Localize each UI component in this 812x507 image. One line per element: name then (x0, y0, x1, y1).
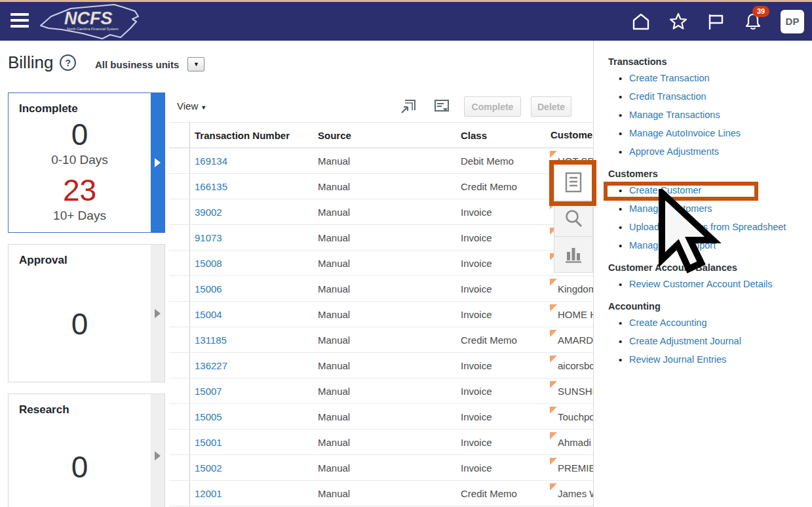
hamburger-menu-icon[interactable] (10, 13, 29, 29)
sidebar-link[interactable]: Manage Customers (629, 203, 712, 214)
sidebar-link[interactable]: Create Customer (629, 185, 701, 195)
transaction-number-link[interactable]: 169134 (195, 155, 227, 167)
logo-subtitle: North Carolina Financial System (67, 27, 119, 31)
row-selector-cell[interactable] (169, 302, 190, 327)
sidebar-link[interactable]: Credit Transaction (629, 91, 706, 102)
ncfs-logo[interactable]: NCFS North Carolina Financial System (37, 2, 142, 44)
transaction-number-link[interactable]: 166135 (195, 181, 227, 192)
transaction-number-link[interactable]: 15005 (195, 411, 222, 422)
transaction-number-link[interactable]: 136227 (195, 360, 227, 371)
source-cell: Manual (318, 155, 461, 167)
export-to-excel-icon[interactable] (400, 98, 417, 115)
sidebar-link[interactable]: Create Adjustment Journal (629, 336, 741, 346)
column-header-source[interactable]: Source (318, 130, 461, 141)
table-row[interactable]: 12001 Manual Credit Memo James W (169, 481, 593, 506)
source-cell: Manual (318, 232, 461, 243)
row-selector-cell[interactable] (169, 251, 190, 275)
transaction-number-link[interactable]: 15007 (195, 386, 222, 397)
table-row[interactable]: 15008 Manual Invoice T (169, 251, 593, 276)
row-selector-cell[interactable] (169, 148, 190, 173)
transaction-number-link[interactable]: 12001 (195, 488, 222, 499)
delete-button[interactable]: Delete (531, 96, 571, 117)
sidebar-link-item: Credit Transaction (619, 92, 805, 102)
column-header-transaction-number[interactable]: Transaction Number (190, 130, 318, 141)
tasks-panel-tab[interactable] (554, 164, 593, 201)
sidebar-link[interactable]: Manage AutoInvoice Lines (629, 128, 741, 138)
transaction-number-link[interactable]: 91073 (195, 232, 222, 243)
column-header-class[interactable]: Class (461, 130, 549, 141)
favorites-star-icon[interactable] (668, 12, 688, 31)
row-selector-cell[interactable] (169, 225, 190, 250)
sidebar-link[interactable]: Manage Transactions (629, 110, 720, 120)
transaction-number-link[interactable]: 15001 (195, 437, 222, 448)
table-row[interactable]: 169134 Manual Debit Memo HOT SPI (169, 148, 593, 174)
row-selector-cell[interactable] (169, 455, 190, 480)
incomplete-0-10-count: 0 (71, 118, 88, 152)
sidebar-link[interactable]: Upload Customers from Spreadsheet (629, 222, 786, 232)
table-row[interactable]: 91073 Manual Invoice S (169, 225, 593, 251)
row-selector-cell[interactable] (169, 378, 190, 403)
flag-watchlist-icon[interactable] (706, 12, 725, 31)
sidebar-link[interactable]: Approve Adjustments (629, 146, 719, 157)
source-cell: Manual (318, 258, 461, 269)
sidebar-link[interactable]: Create Accounting (629, 317, 707, 328)
transaction-number-link[interactable]: 15002 (195, 462, 222, 474)
complete-button[interactable]: Complete (464, 96, 521, 117)
table-row[interactable]: 15006 Manual Invoice Kingdom (169, 276, 593, 302)
table-header-row: Transaction Number Source Class Customer (169, 122, 593, 148)
help-icon[interactable]: ? (60, 54, 76, 71)
business-unit-dropdown-button[interactable]: ▼ (187, 57, 204, 71)
home-icon[interactable] (631, 12, 651, 31)
sidebar-link[interactable]: Manage Data Import (629, 240, 716, 251)
table-row[interactable]: 15005 Manual Invoice Touchpoi (169, 404, 593, 430)
incomplete-card-expand-arrow[interactable] (151, 93, 164, 232)
sidebar-link[interactable]: Review Customer Account Details (629, 279, 772, 289)
table-row[interactable]: 15004 Manual Invoice HOME H (169, 302, 593, 327)
column-header-customer[interactable]: Customer (549, 123, 593, 148)
search-panel-tab[interactable] (554, 200, 593, 237)
reports-bar-chart-icon (563, 244, 584, 265)
row-selector-cell[interactable] (169, 353, 190, 378)
row-selector-cell[interactable] (169, 430, 190, 455)
incomplete-10plus-label: 10+ Days (53, 209, 106, 223)
query-by-example-icon[interactable] (433, 98, 450, 115)
notifications-bell-icon[interactable]: 39 (743, 12, 763, 31)
row-selector-cell[interactable] (169, 276, 190, 301)
sidebar-link[interactable]: Create Transaction (629, 73, 710, 83)
source-cell: Manual (318, 360, 461, 371)
row-selector-cell[interactable] (169, 174, 190, 199)
class-cell: Credit Memo (461, 488, 549, 499)
table-row[interactable]: 15002 Manual Invoice PREMIE (169, 455, 593, 481)
attention-flag-triangle-icon (550, 432, 557, 439)
row-selector-cell[interactable] (169, 199, 190, 224)
transaction-number-link[interactable]: 15006 (195, 283, 222, 294)
view-menu-button[interactable]: View▼ (177, 100, 206, 112)
attention-flag-triangle-icon (550, 355, 557, 363)
research-count: 0 (71, 451, 88, 484)
approval-card-expand-arrow[interactable] (151, 245, 164, 382)
customer-cell: Touchpoi (549, 404, 593, 429)
row-selector-cell[interactable] (169, 404, 190, 429)
table-row[interactable]: 15001 Manual Invoice Ahmadi & (169, 430, 593, 455)
transaction-number-link[interactable]: 15008 (195, 258, 222, 269)
research-card-expand-arrow[interactable] (151, 394, 164, 507)
sidebar-link[interactable]: Review Journal Entries (629, 354, 726, 365)
transaction-number-link[interactable]: 131185 (195, 335, 227, 346)
row-selector-cell[interactable] (169, 327, 190, 352)
customer-cell: PREMIE (549, 455, 593, 480)
table-row[interactable]: 136227 Manual Invoice aicorsbc (169, 353, 593, 378)
table-row[interactable]: 131185 Manual Credit Memo AMARDE (169, 327, 593, 353)
transaction-number-link[interactable]: 39002 (195, 207, 222, 218)
attention-flag-triangle-icon (550, 483, 557, 491)
attention-flag-triangle-icon (550, 330, 557, 337)
row-selector-cell[interactable] (169, 481, 190, 506)
reports-panel-tab[interactable] (554, 236, 593, 273)
user-avatar[interactable]: DP (781, 10, 804, 33)
table-row[interactable]: 166135 Manual Credit Memo (169, 174, 593, 199)
table-row[interactable]: 39002 Manual Invoice E (169, 199, 593, 225)
class-cell: Invoice (461, 411, 549, 422)
tasks-sidebar: Transactions Create TransactionCredit Tr… (593, 41, 812, 507)
class-cell: Invoice (461, 386, 549, 397)
table-row[interactable]: 15007 Manual Invoice SUNSHI (169, 378, 593, 404)
transaction-number-link[interactable]: 15004 (195, 309, 222, 320)
